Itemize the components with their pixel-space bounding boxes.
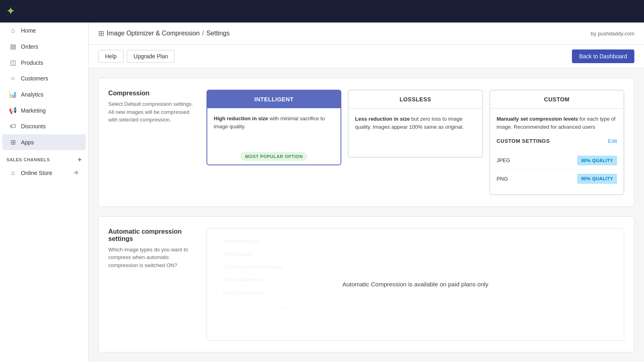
sidebar-item-discounts[interactable]: 🏷 Discounts: [2, 119, 86, 134]
lossless-card-body: Less reduction in size but zero loss to …: [349, 109, 482, 149]
auto-overlay-message: Automatic Compression is available on pa…: [343, 281, 489, 288]
lossless-card-footer: [349, 149, 482, 157]
compression-label-area: Compression Select Default compression s…: [108, 90, 197, 195]
compression-title: Compression: [108, 90, 197, 97]
upgrade-plan-button[interactable]: Upgrade Plan: [127, 50, 175, 63]
sidebar-item-label: Home: [21, 27, 36, 34]
png-quality-badge: 80% QUALITY: [577, 174, 617, 184]
sidebar-sales-channels-section: SALES CHANNELS +: [0, 150, 88, 165]
online-store-visibility-icon[interactable]: 👁: [74, 170, 79, 176]
intelligent-card-header: INTELLIGENT: [207, 90, 341, 108]
sidebar-item-label: Online Store: [21, 170, 52, 176]
jpeg-quality-row: JPEG 80% QUALITY: [497, 152, 617, 170]
sidebar-item-label: Customers: [21, 75, 48, 82]
sidebar-item-products[interactable]: ◫ Products: [2, 55, 86, 70]
lossless-card-header: LOSSLESS: [349, 90, 482, 109]
discounts-icon: 🏷: [9, 123, 17, 130]
home-icon: ⌂: [9, 27, 17, 34]
apps-icon: ⊞: [9, 138, 17, 146]
png-label: PNG: [497, 175, 508, 183]
custom-bold-text: Manually set compression levels: [497, 116, 578, 122]
sidebar-item-orders[interactable]: ▤ Orders: [2, 39, 86, 54]
help-button[interactable]: Help: [98, 50, 124, 63]
sidebar-item-label: Marketing: [21, 107, 45, 114]
sidebar-item-label: Orders: [21, 43, 38, 50]
sidebar-item-label: Analytics: [21, 91, 43, 98]
back-to-dashboard-button[interactable]: Back to Dashboard: [572, 49, 634, 63]
online-store-icon: ⌂: [9, 169, 17, 177]
auto-compression-title: Automatic compression settings: [108, 228, 197, 243]
compression-card-lossless[interactable]: LOSSLESS Less reduction in size but zero…: [348, 90, 483, 158]
sales-channels-label: SALES CHANNELS: [6, 157, 50, 162]
auto-compression-section: Automatic compression settings Which ima…: [98, 216, 634, 352]
png-quality-row: PNG 80% QUALITY: [497, 170, 617, 188]
topbar-logo: ✦: [6, 6, 14, 17]
intelligent-card-footer: MOST POPULAR OPTION: [207, 148, 341, 165]
auto-compression-content: Automatic Compression is available on pa…: [206, 228, 624, 341]
sidebar-item-label: Products: [21, 60, 43, 66]
compression-section: Compression Select Default compression s…: [98, 78, 634, 207]
add-sales-channel-button[interactable]: +: [78, 156, 82, 163]
breadcrumb-separator: /: [202, 30, 204, 37]
page-header: ⊞ Image Optimizer & Compression / Settin…: [89, 23, 644, 45]
custom-settings-area: CUSTOM SETTINGS Edit JPEG 80% QUALITY PN…: [497, 137, 617, 188]
sidebar-item-customers[interactable]: ○ Customers: [2, 71, 86, 86]
sidebar-item-label: Discounts: [21, 123, 45, 130]
breadcrumb-app-name: Image Optimizer & Compression: [107, 30, 200, 37]
sidebar-item-marketing[interactable]: 📢 Marketing: [2, 103, 86, 118]
custom-settings-header: CUSTOM SETTINGS Edit: [497, 137, 617, 145]
sidebar-item-online-store[interactable]: ⌂ Online Store 👁: [2, 165, 86, 181]
auto-compression-desc: Which image types do you want to compres…: [108, 246, 197, 269]
custom-settings-edit-link[interactable]: Edit: [608, 137, 617, 145]
analytics-icon: 📊: [9, 90, 17, 98]
customers-icon: ○: [9, 75, 17, 82]
toolbar: Help Upgrade Plan Back to Dashboard: [89, 45, 644, 68]
breadcrumb: ⊞ Image Optimizer & Compression / Settin…: [98, 29, 229, 38]
auto-compression-overlay: Automatic Compression is available on pa…: [207, 228, 624, 340]
jpeg-label: JPEG: [497, 156, 510, 165]
products-icon: ◫: [9, 59, 17, 66]
content-area: Compression Select Default compression s…: [89, 68, 644, 362]
breadcrumb-current-page: Settings: [206, 30, 230, 37]
sidebar: ⌂ Home ▤ Orders ◫ Products ○ Customers 📊…: [0, 0, 89, 362]
toolbar-left: Help Upgrade Plan: [98, 50, 175, 63]
topbar: ✦: [0, 0, 644, 23]
custom-card-header: CUSTOM: [490, 90, 623, 109]
auto-compression-label-area: Automatic compression settings Which ima…: [108, 228, 197, 341]
compression-card-intelligent[interactable]: INTELLIGENT High reduction in size with …: [206, 90, 341, 165]
sidebar-item-home[interactable]: ⌂ Home: [2, 23, 86, 38]
custom-card-body: Manually set compression levels for each…: [490, 109, 623, 194]
popular-badge: MOST POPULAR OPTION: [241, 152, 307, 160]
intelligent-bold-text: High reduction in size: [214, 115, 268, 121]
lossless-bold-text: Less reduction in size: [355, 116, 410, 122]
sidebar-item-analytics[interactable]: 📊 Analytics: [2, 86, 86, 102]
compression-card-custom[interactable]: CUSTOM Manually set compression levels f…: [489, 90, 624, 195]
app-author: by pushdaddy.com: [591, 31, 634, 37]
jpeg-quality-badge: 80% QUALITY: [577, 156, 617, 166]
marketing-icon: 📢: [9, 107, 17, 114]
orders-icon: ▤: [9, 43, 17, 50]
app-breadcrumb-icon: ⊞: [98, 29, 104, 38]
sidebar-item-label: Apps: [21, 139, 34, 146]
compression-cards-area: INTELLIGENT High reduction in size with …: [206, 90, 624, 195]
main-content: ⊞ Image Optimizer & Compression / Settin…: [89, 0, 644, 362]
custom-settings-title: CUSTOM SETTINGS: [497, 137, 550, 145]
intelligent-card-body: High reduction in size with minimal sacr…: [207, 108, 341, 148]
compression-desc: Select Default compression settings. All…: [108, 100, 197, 124]
sidebar-item-apps[interactable]: ⊞ Apps: [2, 134, 86, 150]
